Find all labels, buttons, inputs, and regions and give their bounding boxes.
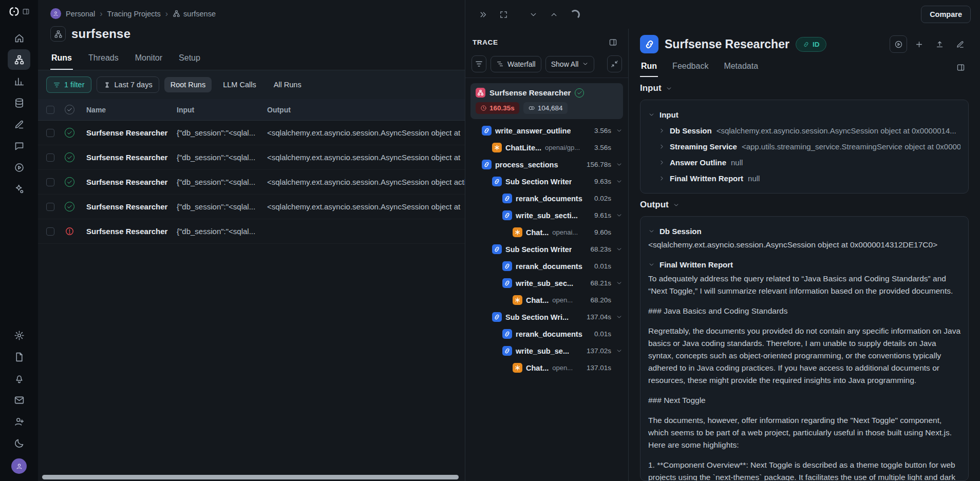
- chevron-down-icon[interactable]: [616, 178, 623, 185]
- fullscreen-icon[interactable]: [495, 6, 512, 23]
- output-card: Db Session <sqlalchemy.ext.asyncio.sessi…: [640, 216, 969, 481]
- trace-node[interactable]: rerank_documents 0.02s: [470, 190, 623, 207]
- nav-home[interactable]: [8, 28, 30, 48]
- row-checkbox[interactable]: [46, 178, 54, 186]
- compare-button[interactable]: Compare: [921, 6, 971, 23]
- open-in-playground-icon[interactable]: [890, 35, 907, 53]
- output-section-header[interactable]: Output: [640, 200, 969, 210]
- breadcrumb-project[interactable]: surfsense: [173, 10, 216, 18]
- segment-all-runs[interactable]: All Runs: [268, 77, 308, 92]
- share-upload-icon[interactable]: [931, 35, 948, 53]
- add-to-dataset-icon[interactable]: [910, 35, 928, 53]
- trace-node[interactable]: write_sub_sec... 68.21s: [470, 275, 623, 292]
- output-db-session-row[interactable]: Db Session: [648, 223, 960, 239]
- sidebar-toggle-icon[interactable]: [22, 8, 30, 17]
- chevron-down-icon[interactable]: [616, 348, 623, 354]
- trace-node[interactable]: write_answer_outline 3.56s: [470, 122, 623, 139]
- table-row[interactable]: Surfsense Researcher {"db_session":"<sql…: [38, 145, 465, 170]
- notifications-bell-icon[interactable]: [8, 368, 30, 389]
- chevron-down-icon[interactable]: [616, 212, 623, 219]
- trace-node[interactable]: rerank_documents 0.01s: [470, 325, 623, 342]
- double-chevron-right-icon[interactable]: [475, 6, 491, 23]
- input-field-row[interactable]: Db Session <sqlalchemy.ext.asyncio.sessi…: [648, 123, 960, 139]
- output-report-row[interactable]: Final Written Report: [648, 257, 960, 273]
- panel-toggle-icon[interactable]: [605, 34, 621, 50]
- row-checkbox[interactable]: [46, 227, 54, 236]
- trace-node[interactable]: Chat... open... 137.01s: [470, 359, 623, 376]
- input-field-row[interactable]: Streaming Service <app.utils.streaming_s…: [648, 139, 960, 155]
- trace-node[interactable]: process_sections 156.78s: [470, 156, 623, 173]
- nav-datasets[interactable]: [8, 92, 30, 113]
- user-avatar[interactable]: [11, 458, 27, 474]
- trace-node[interactable]: rerank_documents 0.01s: [470, 258, 623, 275]
- column-input[interactable]: Input: [177, 106, 267, 114]
- trace-root-node[interactable]: Surfsense Researcher 160.35s 104,684: [470, 83, 623, 119]
- table-row[interactable]: Surfsense Researcher {"db_session":"<sql…: [38, 195, 465, 219]
- show-all-dropdown[interactable]: Show All: [545, 56, 595, 72]
- chevron-down-icon[interactable]: [616, 280, 623, 286]
- chevron-down-icon[interactable]: [616, 161, 623, 168]
- row-checkbox[interactable]: [46, 129, 54, 137]
- breadcrumb-personal[interactable]: Personal: [66, 10, 95, 18]
- segment-llm-calls[interactable]: LLM Calls: [217, 77, 262, 92]
- next-run-chevron-down-icon[interactable]: [525, 6, 541, 23]
- tab-run[interactable]: Run: [640, 57, 658, 77]
- nav-tracing-projects[interactable]: [8, 49, 30, 70]
- chevron-down-icon[interactable]: [616, 127, 623, 134]
- nav-prompts[interactable]: [8, 136, 30, 156]
- trace-node[interactable]: write_sub_secti... 9.61s: [470, 207, 623, 224]
- invite-user-icon[interactable]: [8, 411, 30, 432]
- segment-root-runs[interactable]: Root Runs: [164, 77, 212, 92]
- input-section-header[interactable]: Input: [640, 83, 969, 93]
- annotate-pencil-icon[interactable]: [951, 35, 969, 53]
- tab-feedback[interactable]: Feedback: [671, 57, 709, 77]
- nav-deployments[interactable]: [8, 179, 30, 199]
- nav-playground[interactable]: [8, 157, 30, 178]
- mail-icon[interactable]: [8, 390, 30, 410]
- tree-filter-icon[interactable]: [472, 55, 486, 72]
- tab-threads[interactable]: Threads: [87, 49, 120, 70]
- trace-node[interactable]: Sub Section Writer 68.23s: [470, 241, 623, 258]
- breadcrumb-tracing-projects[interactable]: Tracing Projects: [107, 10, 161, 18]
- panel-toggle-icon[interactable]: [952, 59, 969, 75]
- run-id-badge[interactable]: ID: [796, 37, 827, 52]
- previous-run-chevron-up-icon[interactable]: [545, 6, 562, 23]
- column-name[interactable]: Name: [86, 106, 177, 114]
- waterfall-button[interactable]: Waterfall: [491, 56, 541, 72]
- table-row[interactable]: Surfsense Researcher {"db_session":"<sql…: [38, 170, 465, 195]
- input-field-row[interactable]: Answer Outline null: [648, 155, 960, 170]
- nav-annotation-queues[interactable]: [8, 114, 30, 134]
- horizontal-scrollbar[interactable]: [42, 475, 459, 479]
- trace-node[interactable]: ChatLite... openai/gp... 3.56s: [470, 139, 623, 156]
- filter-count-chip[interactable]: 1 filter: [46, 76, 91, 93]
- tab-metadata[interactable]: Metadata: [723, 57, 759, 77]
- tab-monitor[interactable]: Monitor: [134, 49, 163, 70]
- trace-node[interactable]: Chat... openai... 9.60s: [470, 224, 623, 241]
- chevron-down-icon[interactable]: [616, 246, 623, 253]
- input-field-row[interactable]: Final Written Report null: [648, 170, 960, 186]
- settings-gear-icon[interactable]: [8, 325, 30, 345]
- row-checkbox[interactable]: [46, 203, 54, 211]
- row-checkbox[interactable]: [46, 153, 54, 162]
- report-paragraph: 1. **Component Overview**: Next Toggle i…: [648, 459, 960, 481]
- column-output[interactable]: Output: [267, 106, 465, 114]
- docs-icon[interactable]: [8, 347, 30, 367]
- table-row[interactable]: Surfsense Researcher {"db_session":"<sql…: [38, 121, 465, 145]
- tab-runs[interactable]: Runs: [50, 49, 73, 70]
- trace-node[interactable]: Sub Section Writer 9.63s: [470, 173, 623, 190]
- nav-dashboards[interactable]: [8, 71, 30, 91]
- chevron-down-icon[interactable]: [616, 314, 623, 320]
- date-range-chip[interactable]: Last 7 days: [97, 76, 159, 93]
- table-row[interactable]: Surfsense Researcher {"db_session":"<sql…: [38, 219, 465, 244]
- input-root-row[interactable]: Input: [648, 107, 960, 123]
- theme-moon-icon[interactable]: [8, 433, 30, 453]
- trace-node[interactable]: Chat... open... 68.20s: [470, 292, 623, 309]
- workspace-avatar[interactable]: [50, 8, 61, 19]
- trace-node[interactable]: write_sub_se... 137.02s: [470, 342, 623, 359]
- collapse-all-icon[interactable]: [607, 55, 622, 72]
- breadcrumb-separator: ›: [100, 9, 102, 18]
- trace-node[interactable]: Sub Section Wri... 137.04s: [470, 309, 623, 325]
- run-input: {"db_session":"<sqlal...: [177, 128, 267, 137]
- tab-setup[interactable]: Setup: [178, 49, 201, 70]
- select-all-checkbox[interactable]: [46, 106, 54, 114]
